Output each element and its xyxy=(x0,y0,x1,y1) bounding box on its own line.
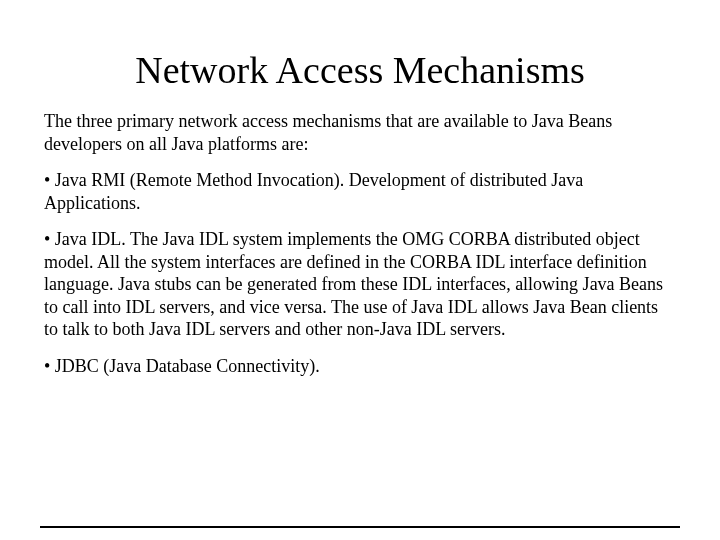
bullet-item: • Java RMI (Remote Method Invocation). D… xyxy=(44,169,676,214)
bullet-item: • JDBC (Java Database Connectivity). xyxy=(44,355,676,378)
slide: Network Access Mechanisms The three prim… xyxy=(0,48,720,540)
slide-title: Network Access Mechanisms xyxy=(0,48,720,92)
slide-body: The three primary network access mechani… xyxy=(0,110,720,377)
intro-paragraph: The three primary network access mechani… xyxy=(44,110,676,155)
bullet-item: • Java IDL. The Java IDL system implemen… xyxy=(44,228,676,341)
divider-line xyxy=(40,526,680,528)
